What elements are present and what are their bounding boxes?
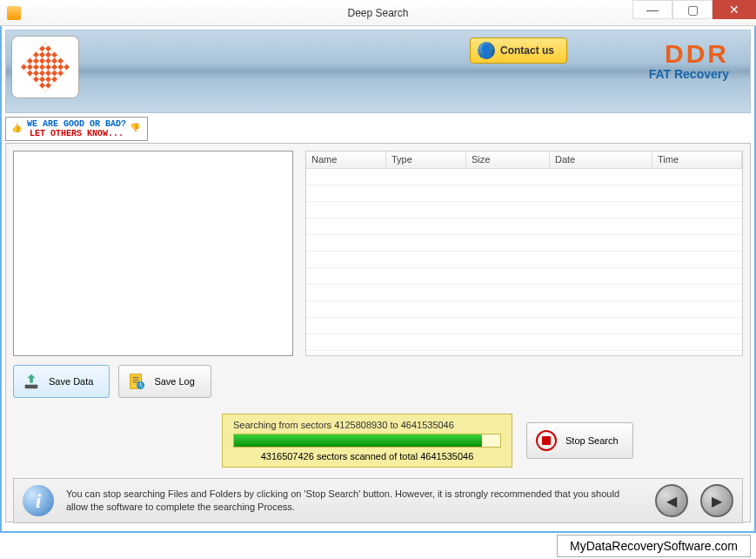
save-log-label: Save Log bbox=[154, 376, 194, 387]
list-rows bbox=[306, 169, 742, 351]
feedback-banner[interactable]: WE ARE GOOD OR BAD? LET OTHERS KNOW... bbox=[5, 117, 148, 141]
list-header: Name Type Size Date Time bbox=[306, 152, 742, 169]
stop-icon bbox=[536, 430, 557, 451]
thumbs-up-icon bbox=[11, 123, 23, 135]
progress-bar-fill bbox=[234, 434, 482, 447]
thumbs-down-icon bbox=[130, 123, 142, 135]
svg-rect-0 bbox=[25, 385, 38, 389]
feedback-line2: LET OTHERS KNOW... bbox=[30, 129, 124, 138]
window-title: Deep Search bbox=[347, 7, 408, 19]
brand-block: DDR FAT Recovery bbox=[649, 39, 729, 81]
list-row bbox=[306, 285, 742, 301]
titlebar: Deep Search — ▢ ✕ bbox=[0, 0, 756, 26]
list-row bbox=[306, 334, 742, 351]
info-text: You can stop searching Files and Folders… bbox=[66, 488, 643, 515]
stop-search-button[interactable]: Stop Search bbox=[526, 422, 633, 459]
save-data-label: Save Data bbox=[49, 376, 93, 387]
back-button[interactable]: ◀ bbox=[655, 484, 688, 517]
col-time[interactable]: Time bbox=[652, 152, 742, 168]
info-bar: i You can stop searching Files and Folde… bbox=[13, 478, 743, 523]
info-icon: i bbox=[23, 485, 54, 516]
list-row bbox=[306, 202, 742, 219]
brand-subtitle: FAT Recovery bbox=[649, 67, 729, 81]
save-log-icon bbox=[126, 371, 147, 392]
file-list-panel[interactable]: Name Type Size Date Time bbox=[305, 151, 743, 356]
header-banner: 👤 Contact us DDR FAT Recovery bbox=[5, 30, 751, 113]
app-icon bbox=[7, 6, 21, 20]
close-button[interactable]: ✕ bbox=[713, 0, 756, 19]
save-data-button[interactable]: Save Data bbox=[13, 365, 110, 398]
col-date[interactable]: Date bbox=[550, 152, 652, 168]
list-row bbox=[306, 219, 742, 235]
progress-bar bbox=[233, 434, 501, 448]
save-log-button[interactable]: Save Log bbox=[118, 365, 211, 398]
footer-website-link[interactable]: MyDataRecoverySoftware.com bbox=[557, 535, 751, 557]
contact-label: Contact us bbox=[500, 44, 554, 57]
brand-name: DDR bbox=[649, 39, 729, 69]
folder-tree-panel[interactable] bbox=[13, 151, 293, 356]
list-row bbox=[306, 268, 742, 285]
progress-status-text: 4316507426 sectors scanned of total 4641… bbox=[233, 451, 501, 461]
content-area: Name Type Size Date Time bbox=[5, 143, 751, 522]
list-row bbox=[306, 252, 742, 268]
save-data-icon bbox=[21, 371, 42, 392]
col-name[interactable]: Name bbox=[306, 152, 386, 168]
minimize-button[interactable]: — bbox=[632, 0, 672, 19]
list-row bbox=[306, 169, 742, 185]
list-row bbox=[306, 301, 742, 318]
list-row bbox=[306, 235, 742, 252]
list-row bbox=[306, 318, 742, 334]
stop-search-label: Stop Search bbox=[565, 435, 619, 446]
person-icon: 👤 bbox=[478, 42, 495, 59]
col-size[interactable]: Size bbox=[466, 152, 550, 168]
col-type[interactable]: Type bbox=[386, 152, 466, 168]
list-row bbox=[306, 185, 742, 202]
maximize-button[interactable]: ▢ bbox=[672, 0, 713, 19]
next-button[interactable]: ▶ bbox=[700, 484, 733, 517]
progress-searching-text: Searching from sectors 4125808930 to 464… bbox=[233, 420, 501, 430]
feedback-line1: WE ARE GOOD OR BAD? bbox=[27, 119, 126, 129]
logo-pattern-icon bbox=[21, 43, 70, 92]
progress-panel: Searching from sectors 4125808930 to 464… bbox=[222, 414, 512, 468]
contact-us-button[interactable]: 👤 Contact us bbox=[470, 37, 567, 64]
app-logo bbox=[11, 36, 79, 98]
